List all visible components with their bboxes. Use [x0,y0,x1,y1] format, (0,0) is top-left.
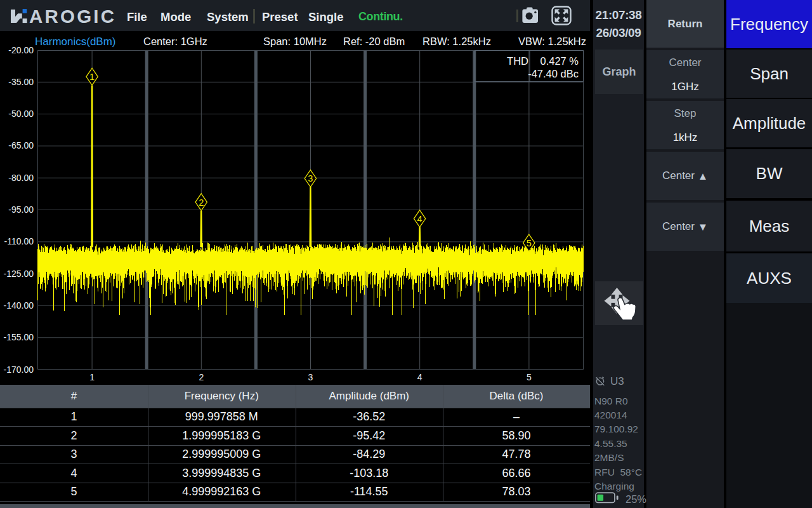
svg-text:VBW: 1.25kHz: VBW: 1.25kHz [518,36,586,47]
svg-text:-50.00: -50.00 [8,109,34,119]
svg-text:-125.00: -125.00 [4,269,34,279]
svg-text:-35.00: -35.00 [8,77,34,87]
svg-text:-20.00: -20.00 [8,45,34,55]
svg-text:-155.00: -155.00 [4,332,34,342]
svg-text:Ref: -20 dBm: Ref: -20 dBm [343,36,405,47]
svg-text:-47.40 dBc: -47.40 dBc [528,68,579,79]
svg-text:-95.00: -95.00 [8,204,34,215]
svg-text:5: 5 [527,238,532,248]
svg-text:3: 3 [308,372,313,382]
svg-text:THD: THD [507,55,528,67]
svg-text:1: 1 [89,72,95,82]
svg-text:-80.00: -80.00 [8,173,34,183]
svg-text:1: 1 [89,372,95,382]
svg-text:-110.00: -110.00 [4,236,34,246]
svg-text:Center: 1GHz: Center: 1GHz [143,36,207,47]
svg-text:3: 3 [308,173,313,184]
svg-text:-170.00: -170.00 [4,364,34,375]
svg-text:2: 2 [199,197,204,208]
svg-text:4: 4 [417,372,422,382]
svg-text:Span: 10MHz: Span: 10MHz [263,36,327,47]
svg-text:-140.00: -140.00 [4,300,34,311]
svg-text:RBW: 1.25kHz: RBW: 1.25kHz [422,36,491,47]
svg-text:2: 2 [199,372,204,382]
svg-text:4: 4 [417,214,422,224]
svg-text:5: 5 [527,372,532,382]
svg-text:-65.00: -65.00 [8,140,34,150]
svg-text:0.427 %: 0.427 % [540,55,579,67]
svg-text:Harmonics(dBm): Harmonics(dBm) [35,36,116,48]
